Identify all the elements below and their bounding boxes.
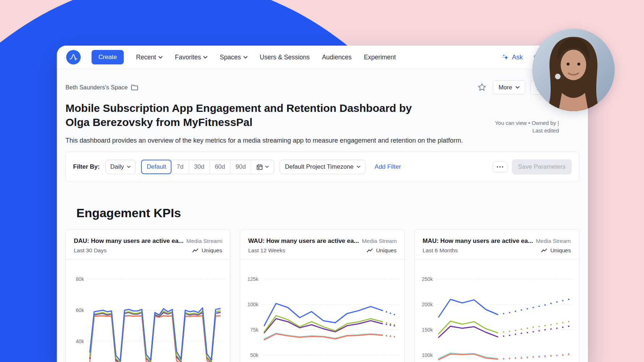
chart-date-range: Last 12 Weeks	[248, 247, 285, 254]
range-30d[interactable]: 30d	[188, 160, 209, 174]
timezone-value: Default Project Timezone	[285, 163, 353, 171]
permissions-owner-text: You can view • Owned by |	[495, 119, 559, 127]
granularity-dropdown[interactable]: Daily	[105, 160, 136, 174]
chart-provider: Media Streamin...	[186, 238, 222, 244]
top-nav: Create Recent Favorites Spaces Users & S…	[57, 46, 588, 69]
favorite-button[interactable]	[476, 81, 488, 94]
card-header: MAU: How many users are active ea... Med…	[415, 230, 579, 260]
chevron-down-icon	[243, 56, 247, 59]
nav-item-label: Audiences	[322, 54, 352, 61]
filter-bar: Filter By: Daily Default 7d 30d 60d 90d …	[65, 152, 579, 182]
amplitude-logo[interactable]	[66, 50, 81, 64]
chevron-down-icon	[357, 166, 360, 168]
calendar-icon	[256, 164, 263, 171]
nav-item-label: Recent	[136, 54, 156, 61]
svg-text:60k: 60k	[76, 307, 85, 313]
timezone-dropdown[interactable]: Default Project Timezone	[280, 160, 365, 174]
nav-item-recent[interactable]: Recent	[136, 54, 162, 61]
trend-line-icon	[367, 248, 373, 253]
chart-provider: Media Streamin...	[536, 238, 571, 244]
chart-metric: Uniques	[192, 247, 222, 254]
svg-text:250k: 250k	[422, 276, 433, 282]
chevron-down-icon	[127, 166, 131, 168]
trend-line-icon	[541, 248, 548, 253]
svg-text:80k: 80k	[76, 276, 85, 282]
chart-card-wau[interactable]: WAU: How many users are active ea... Med…	[240, 229, 405, 362]
chart-title: DAU: How many users are active ea...	[74, 237, 183, 245]
section-heading: Engagement KPIs	[76, 206, 579, 220]
kpi-cards-row: DAU: How many users are active ea... Med…	[65, 229, 579, 362]
range-default[interactable]: Default	[141, 160, 171, 174]
nav-item-label: Favorites	[175, 54, 201, 61]
chevron-down-icon	[516, 86, 520, 89]
dashboard-content: Beth Saunders's Space More Subscribe You…	[57, 69, 588, 362]
svg-text:125k: 125k	[247, 276, 259, 282]
svg-text:150k: 150k	[422, 327, 433, 333]
breadcrumb-label: Beth Saunders's Space	[65, 84, 128, 91]
range-60d[interactable]: 60d	[209, 160, 230, 174]
create-button[interactable]: Create	[92, 50, 124, 64]
custom-date-range[interactable]	[251, 160, 274, 174]
nav-item-audiences[interactable]: Audiences	[322, 54, 352, 61]
svg-text:75k: 75k	[250, 327, 259, 333]
avatar[interactable]	[532, 29, 615, 111]
ellipsis-icon	[497, 166, 503, 168]
svg-text:40k: 40k	[76, 338, 85, 344]
svg-text:100k: 100k	[422, 352, 433, 358]
wau-line-chart[interactable]: 125k100k75k50k	[240, 261, 404, 362]
save-parameters-button[interactable]: Save Parameters	[512, 159, 572, 174]
chart-metric: Uniques	[367, 247, 397, 254]
filter-by-label: Filter By:	[73, 163, 100, 171]
app-window: Create Recent Favorites Spaces Users & S…	[57, 46, 588, 362]
range-90d[interactable]: 90d	[230, 160, 251, 174]
chevron-down-icon	[203, 56, 207, 59]
dashboard-meta: You can view • Owned by | Last edited	[495, 119, 559, 134]
chart-date-range: Last 30 Days	[74, 247, 106, 254]
nav-item-label: Users & Sessions	[260, 54, 310, 61]
sparkle-icon	[501, 53, 509, 61]
nav-item-experiment[interactable]: Experiment	[364, 54, 396, 61]
svg-text:100k: 100k	[247, 302, 259, 307]
metric-label: Uniques	[376, 247, 397, 254]
metric-label: Uniques	[202, 247, 222, 254]
more-label: More	[499, 84, 512, 91]
nav-item-label: Experiment	[364, 54, 396, 61]
folder-icon	[131, 84, 138, 90]
chart-date-range: Last 6 Months	[423, 247, 458, 254]
svg-text:200k: 200k	[422, 302, 433, 307]
filter-options-button[interactable]	[492, 161, 508, 172]
avatar-portrait	[532, 29, 615, 111]
chart-metric: Uniques	[541, 247, 571, 254]
svg-text:50k: 50k	[250, 352, 259, 358]
chart-card-dau[interactable]: DAU: How many users are active ea... Med…	[65, 229, 230, 362]
nav-item-label: Spaces	[220, 54, 241, 61]
page-description: This dashboard provides an overview of t…	[65, 137, 579, 144]
page-title: Mobile Subscription App Engagement and R…	[65, 101, 435, 129]
add-filter-link[interactable]: Add Filter	[374, 163, 401, 171]
dau-line-chart[interactable]: 80k60k40k	[66, 261, 230, 362]
chevron-down-icon	[158, 56, 162, 59]
date-range-segmented-control: Default 7d 30d 60d 90d	[141, 160, 274, 174]
nav-item-users-sessions[interactable]: Users & Sessions	[260, 54, 310, 61]
last-edited-text: Last edited	[495, 127, 559, 134]
chart-card-mau[interactable]: MAU: How many users are active ea... Med…	[414, 229, 579, 362]
breadcrumb[interactable]: Beth Saunders's Space	[65, 84, 138, 91]
nav-item-favorites[interactable]: Favorites	[175, 54, 207, 61]
granularity-value: Daily	[110, 163, 124, 171]
chart-title: MAU: How many users are active ea...	[423, 237, 533, 245]
chevron-down-icon	[265, 166, 269, 168]
card-header: DAU: How many users are active ea... Med…	[66, 230, 230, 260]
trend-line-icon	[192, 248, 199, 253]
range-7d[interactable]: 7d	[171, 160, 188, 174]
card-header: WAU: How many users are active ea... Med…	[240, 230, 404, 260]
star-icon	[478, 83, 486, 91]
metric-label: Uniques	[550, 247, 571, 254]
mau-line-chart[interactable]: 250k200k150k100k	[415, 261, 579, 362]
more-button[interactable]: More	[493, 80, 525, 94]
nav-item-spaces[interactable]: Spaces	[220, 54, 247, 61]
ask-label: Ask	[512, 54, 523, 61]
chart-provider: Media Streamin...	[362, 238, 397, 244]
chart-title: WAU: How many users are active ea...	[248, 237, 359, 245]
ask-button[interactable]: Ask	[501, 53, 523, 61]
